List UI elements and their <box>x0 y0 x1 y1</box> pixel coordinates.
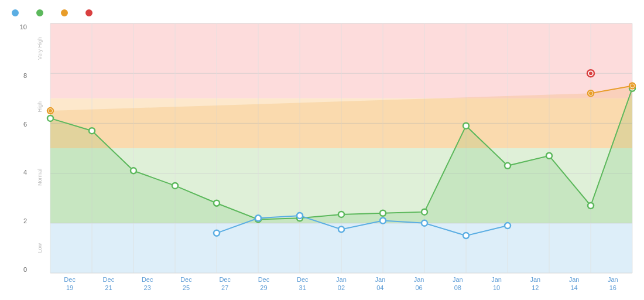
svg-point-34 <box>422 209 427 215</box>
svg-point-32 <box>338 212 344 217</box>
chart-inner: Dec19Dec21Dec23Dec25Dec27Dec29Dec31Jan02… <box>50 23 632 294</box>
legend-item-normal <box>36 9 47 16</box>
x-label: Dec27 <box>205 275 244 292</box>
svg-point-40 <box>214 230 220 236</box>
x-label: Dec29 <box>244 275 283 292</box>
svg-point-47 <box>505 223 511 229</box>
y-label-10: 10 <box>20 23 27 30</box>
svg-point-25 <box>47 115 53 121</box>
y-label-8: 8 <box>23 72 27 79</box>
x-label: Dec21 <box>89 275 128 292</box>
svg-point-51 <box>589 71 592 75</box>
svg-point-28 <box>172 183 178 189</box>
svg-point-45 <box>422 220 427 226</box>
svg-point-33 <box>380 210 386 216</box>
svg-point-26 <box>89 128 95 134</box>
legend-dot-very-high <box>85 9 93 16</box>
y-label-4: 4 <box>23 169 27 176</box>
main-chart-svg <box>50 23 632 273</box>
x-label: Dec23 <box>128 275 167 292</box>
legend-item-very-high <box>85 9 96 16</box>
svg-point-35 <box>463 123 469 129</box>
chart-area: 10 8 6 4 2 0 Very High High Normal Low <box>12 23 632 294</box>
svg-point-52 <box>49 109 52 112</box>
x-label: Dec19 <box>50 275 89 292</box>
legend-dot-normal <box>36 9 43 16</box>
x-label: Jan02 <box>322 275 361 292</box>
x-label: Jan10 <box>477 275 516 292</box>
y-label-0: 0 <box>23 266 27 273</box>
band-label-high: High <box>37 101 43 112</box>
x-label: Jan12 <box>516 275 554 292</box>
band-label-low: Low <box>37 243 43 253</box>
svg-point-53 <box>589 91 592 95</box>
legend-dot-high <box>61 9 68 16</box>
svg-point-46 <box>463 233 469 238</box>
svg-point-36 <box>505 163 511 169</box>
x-label: Jan06 <box>399 275 438 292</box>
legend-item-low <box>12 9 22 16</box>
x-label: Dec31 <box>283 275 322 292</box>
y-label-6: 6 <box>23 121 27 128</box>
chart-container: 10 8 6 4 2 0 Very High High Normal Low <box>0 0 644 300</box>
x-axis: Dec19Dec21Dec23Dec25Dec27Dec29Dec31Jan02… <box>50 273 632 294</box>
legend-dot-low <box>12 9 19 16</box>
band-label-very-high: Very High <box>37 37 43 60</box>
svg-point-54 <box>631 84 634 88</box>
chart-legend <box>12 9 632 16</box>
svg-point-43 <box>338 226 344 232</box>
x-label: Jan04 <box>361 275 399 292</box>
y-label-2: 2 <box>23 217 27 224</box>
svg-point-29 <box>214 200 220 206</box>
x-label: Jan14 <box>554 275 593 292</box>
svg-point-44 <box>380 218 386 224</box>
legend-item-high <box>61 9 71 16</box>
band-label-normal: Normal <box>37 169 43 186</box>
x-label: Dec25 <box>167 275 205 292</box>
x-label: Jan16 <box>594 275 632 292</box>
svg-point-27 <box>131 168 136 173</box>
svg-point-37 <box>546 153 552 159</box>
svg-point-38 <box>588 203 594 209</box>
svg-point-41 <box>255 215 261 221</box>
svg-point-42 <box>297 213 303 219</box>
x-label: Jan08 <box>439 275 477 292</box>
